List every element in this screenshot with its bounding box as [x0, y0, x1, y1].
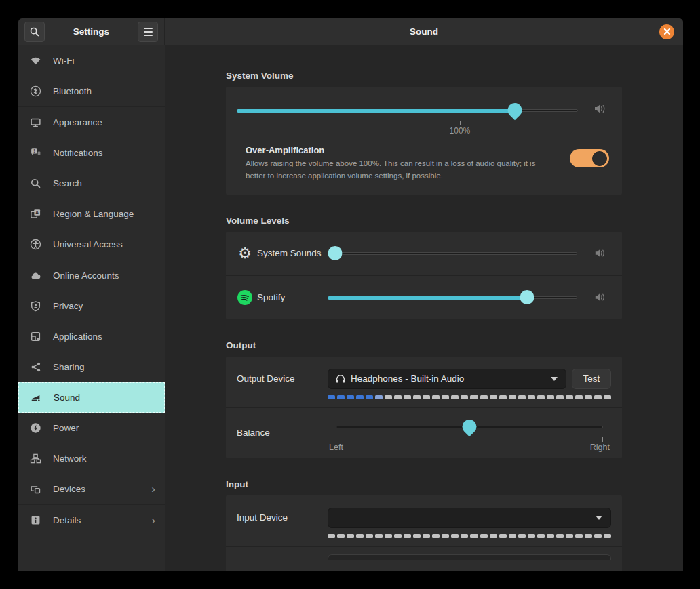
section-title-system-volume: System Volume: [226, 70, 622, 81]
system-sounds-slider[interactable]: [328, 246, 577, 261]
close-icon: [663, 28, 671, 35]
over-amplification-title: Over-Amplification: [246, 145, 553, 155]
dropdown-arrow-icon: [596, 516, 602, 520]
monitor-icon: [27, 115, 43, 131]
input-device-label: Input Device: [237, 508, 328, 538]
wifi-icon: [27, 53, 43, 69]
sidebar-header: Settings: [18, 18, 165, 45]
chevron-right-icon: ›: [151, 483, 155, 495]
gear-icon: ⚙: [237, 246, 253, 261]
power-icon: [27, 420, 43, 436]
speaker-volume-icon: [589, 248, 612, 258]
input-device-dropdown[interactable]: [328, 508, 611, 528]
input-device-row: Input Device: [226, 495, 622, 546]
test-speakers-button[interactable]: Test: [572, 369, 611, 389]
menu-button[interactable]: [138, 22, 158, 42]
sidebar-item-devices[interactable]: Devices ›: [18, 474, 165, 504]
balance-slider[interactable]: [336, 420, 603, 434]
close-button[interactable]: [659, 24, 674, 39]
volume-levels-card: ⚙ System Sounds: [226, 232, 622, 319]
search-icon: [27, 176, 43, 192]
output-card: Output Device Headphones - Built-in Audi…: [226, 357, 622, 458]
volume-100-tick: [460, 121, 461, 125]
headphones-icon: [335, 373, 346, 384]
content-header: Sound: [165, 18, 683, 45]
system-sounds-slider-handle[interactable]: [328, 246, 343, 260]
input-card: Input Device: [226, 495, 622, 571]
sound-panel: System Volume 100%: [165, 45, 683, 571]
output-device-label: Output Device: [237, 369, 328, 399]
spotify-icon: [237, 289, 253, 306]
search-button[interactable]: [24, 22, 45, 42]
devices-icon: [27, 481, 43, 497]
volume-row-spotify: Spotify: [226, 276, 622, 319]
balance-label: Balance: [237, 428, 328, 438]
sidebar-item-notifications[interactable]: ! Notifications: [18, 138, 165, 168]
system-volume-slider[interactable]: 100%: [237, 103, 578, 118]
search-icon: [29, 26, 40, 37]
sidebar-item-region-language[interactable]: A Region & Language: [18, 199, 165, 229]
sidebar-item-wifi[interactable]: Wi-Fi: [18, 45, 165, 76]
sidebar-item-bluetooth[interactable]: Bluetooth: [18, 76, 165, 106]
sidebar-item-appearance[interactable]: Appearance: [18, 107, 165, 138]
spotify-slider-handle[interactable]: [520, 290, 534, 304]
volume-row-system-sounds: ⚙ System Sounds: [226, 232, 622, 275]
clipped-next-row: [328, 554, 611, 560]
page-title: Sound: [165, 26, 683, 37]
settings-window: Settings Sound Wi-Fi: [18, 18, 683, 571]
sidebar-item-search[interactable]: Search: [18, 168, 165, 199]
output-level-meter: [328, 395, 611, 399]
sidebar-item-details[interactable]: Details ›: [18, 505, 165, 535]
info-icon: [27, 512, 43, 529]
sidebar-item-universal-access[interactable]: Universal Access: [18, 229, 165, 260]
dropdown-arrow-icon: [551, 377, 558, 381]
section-title-input: Input: [226, 479, 622, 489]
notification-bubble-icon: !: [27, 145, 43, 161]
sidebar-item-sound[interactable]: Sound: [18, 382, 165, 413]
language-icon: A: [27, 206, 43, 222]
sound-levels-icon: [28, 390, 44, 406]
sidebar: Wi-Fi Bluetooth Appearance ! Notifica: [18, 45, 165, 571]
sidebar-item-power[interactable]: Power: [18, 413, 165, 443]
over-amplification-toggle[interactable]: [570, 149, 609, 167]
shield-icon: [27, 298, 43, 314]
output-device-dropdown[interactable]: Headphones - Built-in Audio: [328, 369, 566, 389]
svg-text:A: A: [35, 209, 39, 216]
applications-icon: [27, 329, 43, 345]
over-amplification-description: Allows raising the volume above 100%. Th…: [246, 158, 553, 182]
bluetooth-icon: [27, 83, 43, 100]
section-title-output: Output: [226, 340, 622, 350]
cloud-icon: [27, 268, 43, 284]
balance-slider-handle[interactable]: [459, 416, 480, 436]
speaker-volume-icon: [589, 103, 612, 115]
titlebar: Settings Sound: [18, 18, 683, 45]
section-title-volume-levels: Volume Levels: [226, 216, 622, 226]
chevron-right-icon: ›: [151, 514, 155, 526]
balance-right-label: Right: [590, 443, 610, 452]
system-volume-card: 100% Over-Amplification Allows raising t…: [226, 87, 622, 195]
sidebar-item-sharing[interactable]: Sharing: [18, 352, 165, 382]
sidebar-item-privacy[interactable]: Privacy: [18, 291, 165, 321]
spotify-slider[interactable]: [328, 290, 577, 305]
sidebar-item-applications[interactable]: Applications: [18, 321, 165, 352]
accessibility-icon: [27, 237, 43, 253]
desktop: Settings Sound Wi-Fi: [0, 0, 700, 589]
app-name: System Sounds: [253, 248, 328, 258]
output-device-row: Output Device Headphones - Built-in Audi…: [226, 357, 622, 407]
network-icon: [27, 451, 43, 467]
balance-row: Balance Left Right: [226, 408, 622, 458]
svg-text:!: !: [33, 148, 35, 153]
app-title: Settings: [45, 26, 138, 37]
app-name: Spotify: [253, 292, 328, 302]
sidebar-item-online-accounts[interactable]: Online Accounts: [18, 260, 165, 291]
balance-left-label: Left: [329, 443, 343, 452]
system-volume-slider-handle[interactable]: [505, 100, 525, 121]
output-device-value: Headphones - Built-in Audio: [346, 373, 551, 384]
hamburger-menu-icon: [144, 28, 153, 36]
volume-100-label: 100%: [450, 126, 471, 136]
sidebar-item-network[interactable]: Network: [18, 443, 165, 474]
input-level-meter: [328, 534, 611, 538]
share-icon: [27, 359, 43, 375]
speaker-volume-icon: [589, 292, 612, 302]
